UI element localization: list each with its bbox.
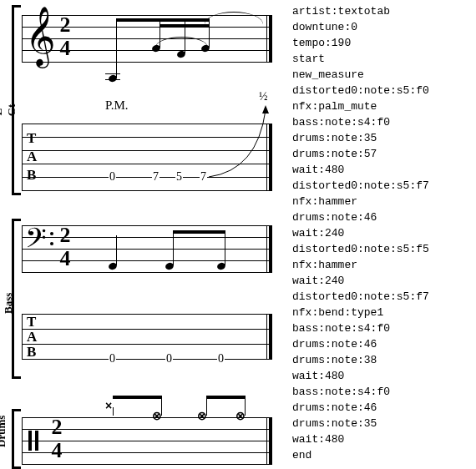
cmd-line: tempo:190 xyxy=(292,35,473,51)
cmd-line: drums:note:46 xyxy=(292,400,473,416)
cmd-line: drums:note:35 xyxy=(292,130,473,146)
egt-fret-3: 5 xyxy=(175,170,183,184)
drum-x1: × xyxy=(105,399,112,412)
cmd-line: nfx:hammer xyxy=(292,194,473,209)
cmd-line: distorted0:note:s5:f0 xyxy=(292,83,473,98)
cmd-line: nfx:hammer xyxy=(292,257,473,273)
egt-tab-b: B xyxy=(27,169,36,181)
cmd-line: bass:note:s4:f0 xyxy=(292,320,473,336)
drums-timesig-top: 2 xyxy=(50,419,63,436)
bass-clef-icon: 𝄢 xyxy=(25,222,47,261)
cmd-line: wait:480 xyxy=(292,431,473,447)
cmd-line: nfx:bend:type1 xyxy=(292,305,473,320)
egt-standard-staff: 𝄞 2 4 xyxy=(22,15,272,62)
drums-timesig-bot: 4 xyxy=(50,442,63,459)
cmd-line: distorted0:note:s5:f7 xyxy=(292,178,473,194)
ebass-fret-2: 0 xyxy=(165,352,173,366)
ebass-fret-3: 0 xyxy=(217,352,225,366)
egt-timesig-top: 2 xyxy=(58,17,72,33)
cmd-line: new_measure xyxy=(292,67,473,83)
treble-clef-icon: 𝄞 xyxy=(25,7,56,66)
bend-label: ½ xyxy=(259,90,268,103)
ebass-tab-b: B xyxy=(27,345,36,358)
ebass-standard-staff: 𝄢 2 4 xyxy=(22,225,272,272)
instrument-drums: Drums 2 4 × ⊗ ⊗ ⊗ xyxy=(0,409,284,467)
egt-fret-1: 0 xyxy=(109,170,116,184)
bend-arrow-icon xyxy=(207,103,274,180)
drums-staff: 2 4 × ⊗ ⊗ ⊗ xyxy=(22,417,272,464)
cmd-line: drums:note:57 xyxy=(292,146,473,162)
egt-tab-staff: T A B 0 7 5 7 xyxy=(22,124,272,190)
slur-curve xyxy=(205,12,263,24)
cmd-line: wait:240 xyxy=(292,273,473,289)
palm-mute-label: P.M. xyxy=(105,98,129,113)
notation-panel: E-Gt 𝄞 2 4 xyxy=(0,0,284,469)
ebass-timesig-top: 2 xyxy=(58,227,72,244)
cmd-line: bass:note:s4:f0 xyxy=(292,384,473,400)
ebass-tab-t: T xyxy=(27,315,36,328)
instrument-ebass: E-Bass 𝄢 2 4 xyxy=(0,217,284,384)
cmd-line: distorted0:note:s5:f7 xyxy=(292,289,473,305)
cmd-line: distorted0:note:s5:f5 xyxy=(292,241,473,257)
bracket-egt xyxy=(12,5,21,195)
egt-fret-4: 7 xyxy=(200,170,207,184)
instrument-label-drums: Drums xyxy=(0,434,8,447)
cmd-line: wait:480 xyxy=(292,368,473,384)
cmd-line: wait:480 xyxy=(292,162,473,178)
ebass-fret-1: 0 xyxy=(109,352,116,366)
percussion-clef-icon xyxy=(28,431,32,451)
bracket-ebass xyxy=(12,219,21,379)
egt-timesig-bot: 4 xyxy=(58,40,72,57)
cmd-line: drums:note:38 xyxy=(292,352,473,368)
cmd-line: start xyxy=(292,51,473,67)
egt-fret-2: 7 xyxy=(152,170,160,184)
cmd-line: drums:note:35 xyxy=(292,416,473,431)
cmd-line: wait:240 xyxy=(292,225,473,241)
ebass-tab-staff: T A B 0 0 0 xyxy=(22,314,272,359)
cmd-line: drums:note:46 xyxy=(292,336,473,352)
cmd-line: bass:note:s4:f0 xyxy=(292,114,473,130)
bracket-drums xyxy=(12,409,21,469)
ebass-timesig-bot: 4 xyxy=(58,250,72,267)
command-list: artist:textotab downtune:0 tempo:190 sta… xyxy=(292,3,473,463)
cmd-line: nfx:palm_mute xyxy=(292,98,473,114)
cmd-line: downtune:0 xyxy=(292,19,473,35)
cmd-line: end xyxy=(292,447,473,463)
ebass-tab-a: A xyxy=(27,330,37,343)
cmd-line: artist:textotab xyxy=(292,3,473,19)
egt-tab-t: T xyxy=(27,132,36,144)
egt-tab-a: A xyxy=(27,150,37,163)
instrument-egt: E-Gt 𝄞 2 4 xyxy=(0,3,284,200)
cmd-line: drums:note:46 xyxy=(292,209,473,225)
